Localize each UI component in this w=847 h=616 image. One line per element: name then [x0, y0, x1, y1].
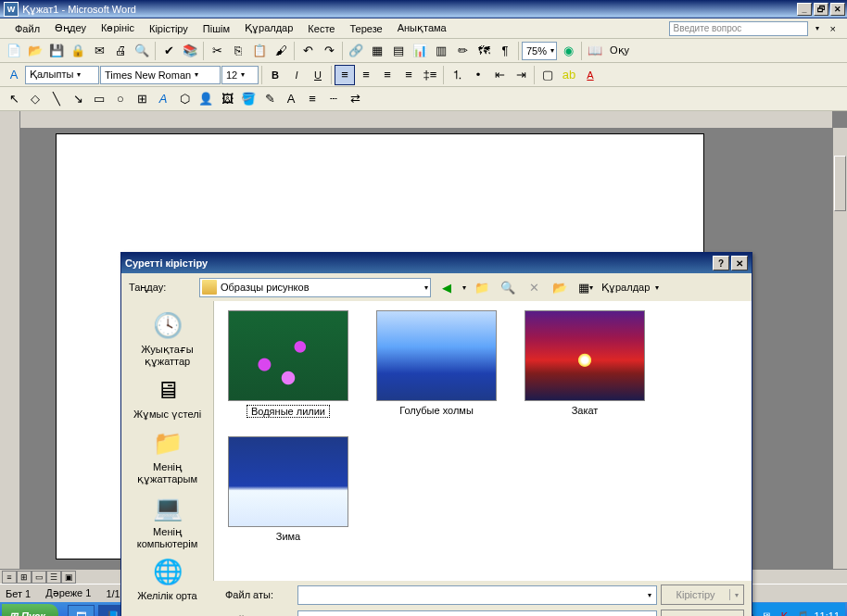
draw-textbox-icon[interactable]: ⊞ [132, 89, 152, 109]
mail-icon[interactable]: ✉ [89, 41, 109, 61]
outdent-icon[interactable]: ⇤ [489, 65, 510, 85]
preview-icon[interactable]: 🔍 [132, 41, 152, 61]
file-item[interactable]: Голубые холмы [372, 310, 501, 418]
font-combo[interactable]: Times New Roman▾ [100, 66, 221, 84]
file-item[interactable]: Зима [223, 436, 353, 542]
undo-icon[interactable]: ↶ [297, 41, 318, 61]
minimize-button[interactable]: _ [797, 3, 812, 16]
place-mycomputer[interactable]: 💻Менің компьютерім [126, 491, 209, 549]
back-icon[interactable]: ◀ [436, 277, 457, 297]
insert-table-icon[interactable]: ▤ [388, 41, 409, 61]
menu-file[interactable]: Файл [7, 21, 47, 36]
menu-view[interactable]: Көрініс [94, 20, 142, 36]
draw-arrow-icon[interactable]: ↘ [68, 89, 88, 109]
help-dropdown-icon[interactable]: ▾ [812, 21, 823, 36]
menu-tools[interactable]: Құралдар [237, 20, 300, 36]
lookin-combo[interactable]: Образцы рисунков ▾ [199, 278, 431, 297]
views-icon[interactable]: ▦▾ [575, 277, 596, 297]
filetype-combo[interactable]: Барлық суреттер▾ [297, 610, 657, 617]
align-center-icon[interactable]: ≡ [356, 65, 376, 85]
borders-icon[interactable]: ▢ [537, 65, 558, 85]
scrollbar-vertical[interactable] [832, 128, 847, 569]
draw-picture-icon[interactable]: 🖼 [217, 89, 237, 109]
tables-borders-icon[interactable]: ▦ [367, 41, 387, 61]
tools-menu[interactable]: Құралдар [601, 282, 650, 294]
open-icon[interactable]: 📂 [25, 41, 45, 61]
tray-clock[interactable]: 11:11 [814, 610, 840, 616]
excel-icon[interactable]: 📊 [410, 41, 430, 61]
underline-icon[interactable]: U [308, 65, 328, 85]
zoom-combo[interactable]: 75%▾ [522, 42, 557, 60]
ruler-vertical[interactable] [0, 111, 20, 569]
draw-dashstyle-icon[interactable]: ┄ [323, 89, 344, 109]
spellcheck-icon[interactable]: ✔ [158, 41, 179, 61]
new-icon[interactable]: 📄 [4, 41, 24, 61]
up-icon[interactable]: 📁 [472, 277, 492, 297]
dialog-close-button[interactable]: ✕ [731, 256, 748, 270]
search-web-icon[interactable]: 🔍 [498, 277, 518, 297]
draw-clipart-icon[interactable]: 👤 [196, 89, 216, 109]
view-outline-icon[interactable]: ☰ [46, 571, 61, 584]
highlight-icon[interactable]: ab [559, 65, 579, 85]
research-icon[interactable]: 📚 [180, 41, 200, 61]
save-icon[interactable]: 💾 [46, 41, 67, 61]
tray-icon[interactable]: K [777, 609, 791, 616]
show-marks-icon[interactable]: ¶ [495, 41, 515, 61]
draw-wordart-icon[interactable]: A [153, 89, 173, 109]
read-mode-icon[interactable]: 📖 [585, 41, 605, 61]
dialog-help-button[interactable]: ? [713, 256, 729, 270]
menu-edit[interactable]: Өңдеу [47, 20, 94, 36]
file-list[interactable]: Водяные лилии Голубые холмы Закат Зима [214, 301, 752, 581]
drawing-icon[interactable]: ✏ [452, 41, 473, 61]
place-desktop[interactable]: 🖥Жұмыс үстелі [126, 373, 209, 421]
font-color-icon[interactable]: A [580, 65, 600, 85]
file-item[interactable]: Водяные лилии [223, 310, 353, 418]
draw-fontcolor-icon[interactable]: A [281, 89, 301, 109]
dialog-titlebar[interactable]: Суретті кірістіру ? ✕ [121, 253, 752, 273]
filename-input[interactable]: ▾ [297, 585, 657, 605]
draw-linecolor-icon[interactable]: ✎ [259, 89, 280, 109]
bold-icon[interactable]: B [265, 65, 285, 85]
ruler-horizontal[interactable] [20, 111, 832, 128]
view-web-icon[interactable]: ⊞ [17, 571, 32, 584]
read-label[interactable]: Оқу [606, 44, 633, 57]
style-combo[interactable]: Қалыпты▾ [25, 66, 99, 84]
italic-icon[interactable]: I [286, 65, 307, 85]
line-spacing-icon[interactable]: ‡≡ [420, 65, 440, 85]
numbered-list-icon[interactable]: ⒈ [447, 65, 467, 85]
insert-button[interactable]: Кірістіру▾ [661, 585, 744, 605]
indent-icon[interactable]: ⇥ [511, 65, 531, 85]
view-print-icon[interactable]: ▭ [32, 571, 46, 584]
close-help-icon[interactable]: × [827, 23, 840, 34]
menu-help[interactable]: Анықтама [390, 20, 454, 36]
help-icon[interactable]: ◉ [558, 41, 578, 61]
draw-linestyle-icon[interactable]: ≡ [302, 89, 322, 109]
new-folder-icon[interactable]: 📂 [550, 277, 570, 297]
draw-select-icon[interactable]: ↖ [4, 89, 24, 109]
draw-diagram-icon[interactable]: ⬡ [174, 89, 195, 109]
permission-icon[interactable]: 🔒 [68, 41, 88, 61]
menu-window[interactable]: Терезе [342, 21, 389, 36]
view-reading-icon[interactable]: ▣ [61, 571, 76, 584]
doc-map-icon[interactable]: 🗺 [474, 41, 494, 61]
file-item[interactable]: Закат [520, 310, 650, 418]
cut-icon[interactable]: ✂ [207, 41, 227, 61]
draw-arrowstyle-icon[interactable]: ⇄ [345, 89, 365, 109]
columns-icon[interactable]: ▥ [431, 41, 451, 61]
help-search-input[interactable]: Введите вопрос [669, 21, 808, 36]
cancel-button[interactable]: Болдырмау [661, 610, 744, 616]
menu-table[interactable]: Кесте [300, 21, 342, 36]
bulleted-list-icon[interactable]: • [468, 65, 488, 85]
styles-icon[interactable]: A [4, 65, 24, 85]
align-justify-icon[interactable]: ≡ [398, 65, 419, 85]
start-button[interactable]: ⊞ Пуск [2, 604, 58, 616]
align-left-icon[interactable]: ≡ [335, 65, 355, 85]
restore-button[interactable]: 🗗 [814, 3, 828, 16]
place-mydocs[interactable]: 📁Менің құжаттарым [126, 426, 209, 485]
menu-insert[interactable]: Кірістіру [142, 21, 196, 36]
menu-format[interactable]: Пішім [196, 21, 237, 36]
hyperlink-icon[interactable]: 🔗 [346, 41, 366, 61]
tray-icon[interactable]: 🎵 [795, 609, 810, 616]
paste-icon[interactable]: 📋 [249, 41, 270, 61]
draw-autoshapes-icon[interactable]: ◇ [25, 89, 45, 109]
